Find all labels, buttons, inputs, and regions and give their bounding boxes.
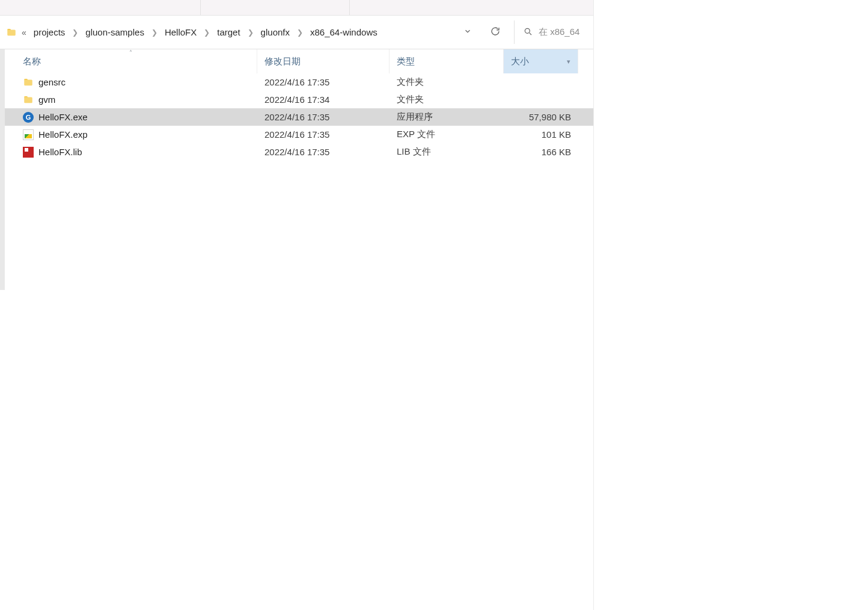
breadcrumb-item[interactable]: gluonfx: [257, 23, 293, 41]
file-date: 2022/4/16 17:34: [257, 94, 390, 105]
chevron-right-icon: ❯: [295, 28, 305, 37]
file-type: 文件夹: [390, 94, 504, 105]
file-type: 文件夹: [390, 76, 504, 88]
file-list[interactable]: gensrc2022/4/16 17:35文件夹gvm2022/4/16 17:…: [5, 73, 593, 290]
breadcrumb-item[interactable]: target: [213, 23, 243, 41]
table-row[interactable]: gvm2022/4/16 17:34文件夹: [5, 91, 593, 108]
column-header-label: 类型: [397, 56, 415, 67]
breadcrumb-overflow[interactable]: «: [19, 28, 29, 37]
sort-asc-icon: ˄: [129, 49, 132, 56]
breadcrumb[interactable]: « projects ❯ gluon-samples ❯ HelloFX ❯ t…: [2, 20, 454, 44]
table-row[interactable]: HelloFX.lib2022/4/16 17:35LIB 文件166 KB: [5, 143, 593, 161]
refresh-icon: [490, 26, 501, 39]
search-placeholder: 在 x86_64: [539, 26, 579, 38]
lib-file-icon: [23, 147, 34, 158]
chevron-down-icon: ▾: [567, 58, 570, 66]
file-size: 57,980 KB: [504, 112, 578, 122]
column-header-label: 大小: [511, 56, 529, 67]
breadcrumb-item[interactable]: projects: [30, 23, 69, 41]
blank-area: [594, 0, 868, 610]
table-row[interactable]: gensrc2022/4/16 17:35文件夹: [5, 73, 593, 91]
file-type: LIB 文件: [390, 146, 504, 158]
folder-icon: [6, 27, 17, 38]
ribbon-segment[interactable]: [201, 0, 350, 15]
file-name: HelloFX.exe: [38, 112, 88, 122]
file-name: gvm: [38, 94, 55, 105]
file-size: 101 KB: [504, 129, 578, 140]
file-type: EXP 文件: [390, 129, 504, 140]
file-type: 应用程序: [390, 111, 504, 123]
application-icon: G: [23, 112, 34, 123]
file-date: 2022/4/16 17:35: [257, 112, 390, 122]
history-dropdown-button[interactable]: [455, 22, 480, 43]
breadcrumb-item[interactable]: gluon-samples: [82, 23, 148, 41]
file-name: gensrc: [38, 77, 66, 87]
chevron-right-icon: ❯: [201, 28, 212, 37]
chevron-right-icon: ❯: [149, 28, 160, 37]
breadcrumb-item[interactable]: HelloFX: [161, 23, 200, 41]
folder-icon: [23, 94, 34, 105]
column-header-date[interactable]: 修改日期: [257, 49, 390, 73]
ribbon-segment[interactable]: [0, 0, 201, 15]
file-name: HelloFX.exp: [38, 129, 88, 140]
refresh-button[interactable]: [483, 22, 508, 43]
column-header-type[interactable]: 类型: [390, 49, 504, 73]
file-date: 2022/4/16 17:35: [257, 77, 390, 87]
file-size: 166 KB: [504, 147, 578, 157]
breadcrumb-item[interactable]: x86_64-windows: [307, 23, 381, 41]
search-input[interactable]: 在 x86_64: [514, 20, 593, 44]
svg-point-0: [525, 28, 530, 33]
exp-file-icon: [23, 129, 34, 140]
table-row[interactable]: HelloFX.exp2022/4/16 17:35EXP 文件101 KB: [5, 126, 593, 143]
search-icon: [523, 26, 533, 38]
left-gutter: [0, 49, 5, 73]
table-row[interactable]: GHelloFX.exe2022/4/16 17:35应用程序57,980 KB: [5, 108, 593, 126]
chevron-right-icon: ❯: [245, 28, 256, 37]
left-gutter: [0, 73, 5, 290]
folder-icon: [23, 77, 34, 88]
column-header-name[interactable]: ˄ 名称: [5, 49, 257, 73]
file-date: 2022/4/16 17:35: [257, 147, 390, 157]
chevron-down-icon: [463, 27, 472, 37]
column-header-size[interactable]: 大小 ▾: [504, 49, 578, 73]
file-name: HelloFX.lib: [38, 147, 82, 157]
column-header-label: 名称: [23, 56, 41, 67]
ribbon-strip: [0, 0, 593, 16]
chevron-right-icon: ❯: [70, 28, 81, 37]
svg-line-1: [530, 33, 531, 35]
column-header-label: 修改日期: [264, 56, 301, 67]
file-date: 2022/4/16 17:35: [257, 129, 390, 140]
